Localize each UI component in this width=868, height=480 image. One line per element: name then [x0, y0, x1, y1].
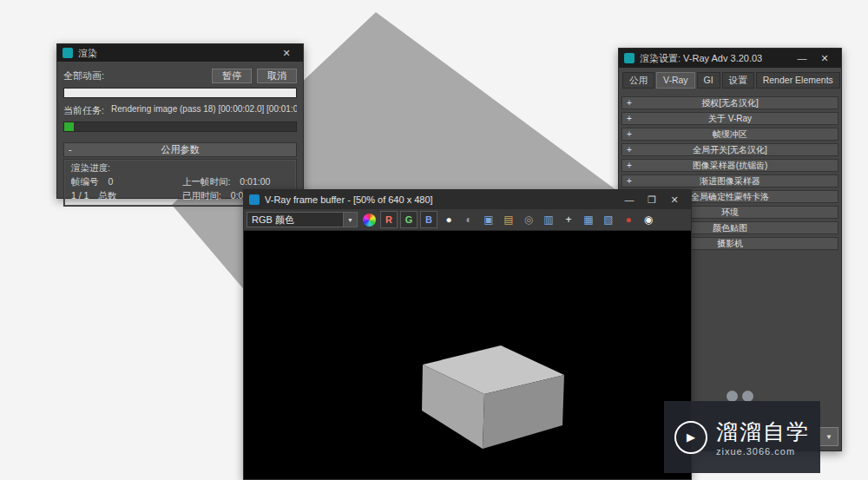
close-icon[interactable]: ✕: [275, 48, 298, 59]
rollout-label: 全局确定性蒙特卡洛: [691, 191, 769, 203]
total-label: 总数: [98, 190, 116, 201]
render-progress-title: 渲染: [78, 47, 97, 60]
track-mouse-button[interactable]: +: [560, 211, 577, 228]
desktop: 渲染 ✕ 全部动画: 暂停 取消 当前任务: Rendering image (…: [0, 0, 868, 480]
common-params-rollout[interactable]: - 公用参数: [63, 142, 297, 157]
channel-dropdown[interactable]: RGB 颜色 ▼: [247, 212, 358, 227]
max-logo-icon: [624, 53, 635, 63]
watermark-url: zixue.3066.com: [716, 446, 810, 457]
render-progress-dialog: 渲染 ✕ 全部动画: 暂停 取消 当前任务: Rendering image (…: [56, 43, 304, 199]
green-channel-button[interactable]: G: [400, 211, 418, 228]
progress-label: 渲染进度:: [71, 162, 289, 174]
red-channel-button[interactable]: R: [380, 211, 398, 228]
rollout-frame-buffer[interactable]: + 帧缓冲区: [621, 128, 838, 141]
channel-dropdown-value: RGB 颜色: [252, 214, 294, 227]
collapse-icon: -: [69, 143, 72, 156]
rollout-label: 颜色贴图: [713, 222, 747, 234]
rollout-label: 帧缓冲区: [713, 128, 747, 141]
rollout-global-switches[interactable]: + 全局开关[无名汉化]: [621, 143, 838, 156]
render-settings-titlebar[interactable]: 渲染设置: V-Ray Adv 3.20.03 — ✕: [619, 49, 841, 68]
tab-settings[interactable]: 设置: [722, 72, 754, 89]
expand-icon: +: [627, 175, 632, 187]
frame-number-value: 0: [108, 176, 113, 187]
expand-icon: +: [627, 113, 632, 124]
watermark-box: ▶ 溜溜自学 zixue.3066.com: [664, 401, 820, 473]
rendered-image-canvas[interactable]: [244, 231, 691, 479]
expand-icon: +: [627, 144, 632, 155]
current-task-value: Rendering image (pass 18) [00:00:02.0] […: [111, 104, 297, 117]
vray-logo-icon: [249, 194, 260, 205]
clear-image-button[interactable]: ◎: [520, 211, 537, 228]
tab-vray[interactable]: V-Ray: [656, 72, 695, 89]
blue-channel-button[interactable]: B: [420, 211, 437, 228]
render-settings-tabs: 公用 V-Ray GI 设置 Render Elements: [619, 68, 841, 92]
preset-dropdown[interactable]: ▼: [819, 427, 838, 446]
frame-buffer-toolbar: RGB 颜色 ▼ R G B ● ◐ ▣ ▤ ◎ ▥ + ▦ ▧ ● ◉: [244, 209, 691, 231]
save-image-button[interactable]: ▣: [480, 211, 497, 228]
render-progress-body: 全部动画: 暂停 取消 当前任务: Rendering image (pass …: [57, 62, 303, 207]
chevron-down-icon: ▼: [343, 213, 357, 227]
cancel-button[interactable]: 取消: [257, 69, 297, 83]
load-image-button[interactable]: ▤: [500, 211, 517, 228]
rgb-mode-button[interactable]: ●: [440, 211, 457, 228]
max-logo-icon: [62, 48, 73, 58]
expand-icon: +: [627, 128, 632, 140]
rollout-progressive-sampler[interactable]: + 渐进图像采样器: [621, 174, 838, 187]
rendered-box-object: [244, 231, 691, 479]
compare-images-button[interactable]: ▧: [600, 211, 617, 228]
color-correction-button[interactable]: ◉: [640, 211, 657, 228]
watermark-brand: 溜溜自学: [716, 418, 810, 444]
frame-buffer-title: V-Ray frame buffer - [50% of 640 x 480]: [265, 194, 433, 205]
overall-progress-bar: [63, 88, 297, 98]
play-icon: ▶: [674, 421, 707, 454]
task-progress-fill: [64, 122, 74, 131]
minimize-icon[interactable]: —: [791, 53, 813, 64]
tab-common[interactable]: 公用: [622, 72, 654, 89]
alpha-mode-button[interactable]: ◐: [460, 211, 477, 228]
chevron-down-icon: ▼: [825, 433, 832, 441]
close-icon[interactable]: ✕: [663, 194, 686, 206]
frame-number-label: 帧编号: [71, 176, 99, 187]
color-wheel-icon[interactable]: [360, 211, 378, 228]
rollout-label: 渐进图像采样器: [700, 175, 760, 187]
expand-icon: +: [627, 160, 632, 171]
render-progress-titlebar[interactable]: 渲染 ✕: [57, 44, 303, 62]
pause-button[interactable]: 暂停: [212, 69, 252, 83]
task-progress-bar: [63, 122, 297, 132]
minimize-icon[interactable]: —: [618, 194, 641, 206]
stamp-button[interactable]: ●: [620, 211, 637, 228]
all-animation-label: 全部动画:: [63, 69, 104, 82]
frame-count-value: 1 / 1: [71, 190, 89, 201]
current-task-label: 当前任务:: [63, 104, 104, 117]
close-icon[interactable]: ✕: [813, 53, 836, 64]
expand-icon: +: [627, 97, 632, 108]
rollout-label: 全局开关[无名汉化]: [693, 144, 767, 156]
rollout-label: 图像采样器(抗锯齿): [693, 160, 768, 172]
duplicate-buffer-button[interactable]: ▥: [540, 211, 557, 228]
rollout-image-sampler[interactable]: + 图像采样器(抗锯齿): [621, 159, 838, 172]
maximize-icon[interactable]: ❐: [641, 194, 663, 206]
rollout-about-vray[interactable]: + 关于 V-Ray: [621, 112, 838, 125]
vray-frame-buffer-window: V-Ray frame buffer - [50% of 640 x 480] …: [243, 189, 692, 480]
rollout-authorization[interactable]: + 授权[无名汉化]: [621, 96, 838, 109]
tab-gi[interactable]: GI: [697, 72, 720, 89]
last-frame-time-value: 0:01:00: [240, 176, 270, 187]
rollout-label: 摄影机: [717, 238, 743, 250]
tab-render-elements[interactable]: Render Elements: [756, 72, 840, 89]
region-render-button[interactable]: ▦: [580, 211, 597, 228]
render-settings-title: 渲染设置: V-Ray Adv 3.20.03: [640, 52, 762, 65]
rollout-title: 公用参数: [161, 143, 200, 156]
elapsed-time-label: 已用时间:: [182, 190, 221, 201]
frame-buffer-titlebar[interactable]: V-Ray frame buffer - [50% of 640 x 480] …: [244, 190, 691, 209]
rollout-label: 授权[无名汉化]: [701, 97, 759, 109]
rollout-label: 关于 V-Ray: [708, 113, 752, 125]
color-wheel-glyph: [363, 214, 376, 227]
last-frame-time-label: 上一帧时间:: [182, 176, 230, 187]
rollout-label: 环境: [721, 207, 739, 219]
watermark: ▶ 溜溜自学 zixue.3066.com: [664, 389, 820, 473]
